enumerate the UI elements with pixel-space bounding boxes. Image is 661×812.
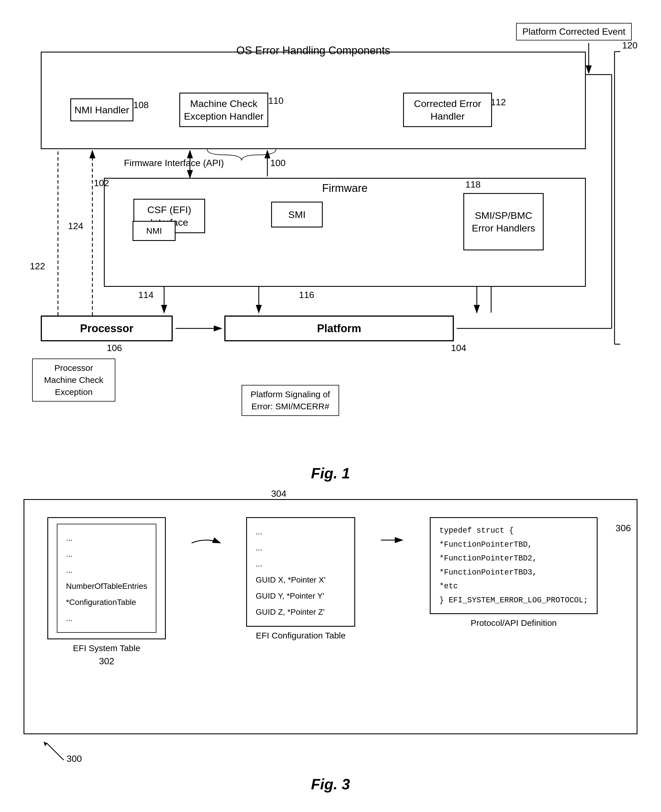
ref-124: 124 [68,221,83,231]
mce-handler-box: Machine Check Exception Handler [179,93,268,127]
efi-config-box: ... ... ... GUID X, *Pointer X' GUID Y, … [246,517,355,627]
efi-system-table-label: EFI System Table [73,643,140,653]
fig3-caption: Fig. 3 [23,775,638,793]
processor-mce-annotation: Processor Machine Check Exception [32,359,115,402]
protocol-content: typedef struct { *FunctionPointerTBD, *F… [439,524,588,608]
svg-marker-26 [44,742,47,746]
ref-306: 306 [616,523,631,533]
efi-config-content: ... ... ... GUID X, *Pointer X' GUID Y, … [255,524,346,620]
platform-corrected-event-label: Platform Corrected Event [516,23,632,40]
ref-302: 302 [99,656,114,667]
smi-box: SMI [271,202,323,227]
ref-300: 300 [67,753,82,764]
smi-sp-bmc-box: SMI/SP/BMC Error Handlers [463,193,544,250]
ref-102: 102 [94,178,109,188]
ref-118: 118 [465,179,481,190]
fw-api-label: Firmware Interface (API) [124,158,224,168]
ref-108: 108 [133,100,148,110]
ce-handler-box: Corrected Error Handler [403,93,492,127]
fig3-container: 304 306 ... ... ... NumberOfTableEntries… [24,499,637,764]
ref-100: 100 [270,158,286,168]
fig1-caption: Fig. 1 [23,465,638,482]
svg-line-25 [46,743,64,760]
ref-106: 106 [107,343,122,353]
efi-system-table-box: ... ... ... NumberOfTableEntries *Config… [47,517,166,639]
os-box-label: OS Error Handling Components [236,45,390,57]
platform-box: Platform [224,316,454,341]
ref-120: 120 [622,40,637,51]
ref-104: 104 [451,343,466,353]
ref-110: 110 [268,96,283,106]
protocol-label: Protocol/API Definition [471,618,557,628]
os-error-handling-box: OS Error Handling Components NMI Handler… [41,52,586,149]
ref-116: 116 [299,290,314,300]
firmware-box: Firmware CSF (EFI) Interface SMI SMI/SP/… [104,178,586,287]
ref-112: 112 [490,97,506,108]
protocol-box: typedef struct { *FunctionPointerTBD, *F… [430,517,597,614]
ref-122: 122 [30,261,45,272]
efi-system-table-inner: ... ... ... NumberOfTableEntries *Config… [57,524,156,633]
fig3-border-box: 304 306 ... ... ... NumberOfTableEntries… [24,499,637,734]
nmi-handler-box: NMI Handler [70,98,133,121]
platform-signaling-annotation: Platform Signaling of Error: SMI/MCERR# [241,385,339,416]
fw-box-label: Firmware [322,182,367,195]
processor-box: Processor [41,316,173,341]
ref-114: 114 [138,290,153,300]
efi-config-label: EFI Configuration Table [256,631,346,640]
ref-304: 304 [271,488,286,499]
nmi-inner-box: NMI [133,221,176,241]
